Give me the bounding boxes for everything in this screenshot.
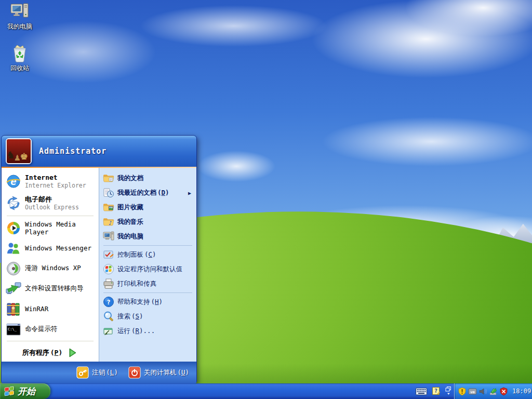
volume-icon[interactable] (478, 387, 487, 396)
media-player-icon (6, 220, 21, 236)
start-item-pictures[interactable]: 图片收藏 (99, 200, 196, 215)
start-item-help[interactable]: ? 帮助和支持(H) (99, 295, 196, 309)
all-programs-label: 所有程序(P) (22, 348, 62, 357)
wallpaper-cloud (140, 5, 327, 47)
system-tray: vm 18 (454, 383, 532, 399)
item-title: 文件和设置转移向导 (25, 284, 84, 293)
item-title: Windows Messenger (25, 244, 91, 252)
security-alert-shield-icon[interactable] (499, 387, 508, 396)
item-title: 漫游 Windows XP (25, 264, 81, 273)
my-computer-icon (103, 231, 114, 242)
item-label: 我的文档 (117, 174, 143, 183)
green-arrow-icon (66, 347, 78, 358)
log-off-button[interactable]: 注销(L) (76, 366, 118, 379)
item-label: 帮助和支持(H) (117, 298, 163, 307)
help-icon: ? (103, 296, 114, 308)
green-arrow-icon[interactable] (489, 387, 498, 396)
power-icon (128, 366, 141, 379)
start-item-run[interactable]: 运行(R)... (99, 324, 196, 338)
item-subtitle: Outlook Express (25, 204, 79, 211)
cmd-icon: C:\_ (6, 322, 21, 337)
recent-documents-icon (103, 187, 114, 198)
printer-icon (103, 278, 114, 289)
item-label: 打印机和传真 (117, 280, 156, 288)
svg-text:?: ? (434, 388, 437, 394)
wallpaper-cloud (322, 117, 532, 166)
user-name: Administrator (39, 147, 107, 156)
item-title: WinRAR (25, 305, 48, 313)
all-programs-button[interactable]: 所有程序(P) (2, 344, 99, 362)
outlook-express-icon (6, 195, 21, 211)
start-item-my-computer[interactable]: 我的电脑 (99, 229, 196, 244)
keyboard-icon[interactable] (416, 388, 427, 395)
svg-text:C:\_: C:\_ (8, 327, 17, 331)
start-item-control-panel[interactable]: 控制面板(C) (99, 247, 196, 262)
language-bar: ? (416, 383, 451, 399)
desktop-icon-label: 我的电脑 (7, 22, 32, 31)
tour-xp-icon (6, 261, 21, 276)
vmware-icon[interactable]: vm (468, 387, 477, 396)
start-menu: ♞ ♟ ♚ Administrator e (1, 135, 197, 383)
turn-off-computer-button[interactable]: 关闭计算机(U) (128, 366, 189, 379)
taskbar: 开始 ? (0, 383, 532, 399)
item-title: 命令提示符 (25, 325, 58, 334)
clock[interactable]: 18:09 (512, 388, 531, 395)
start-item-command-prompt[interactable]: C:\_ 命令提示符 (2, 319, 99, 339)
windows-flag-icon (4, 386, 15, 396)
start-button-label: 开始 (18, 385, 35, 397)
my-computer-icon (10, 2, 30, 21)
svg-text:vm: vm (470, 390, 474, 394)
start-item-internet[interactable]: e Internet Internet Explorer (2, 170, 99, 192)
item-label: 我的音乐 (117, 218, 143, 227)
start-button[interactable]: 开始 (0, 383, 50, 399)
music-icon: ♪ (103, 216, 114, 228)
restore-icon[interactable] (445, 386, 451, 396)
item-label: 图片收藏 (117, 203, 143, 212)
start-item-recent-documents[interactable]: 我最近的文档(D) ▶ (99, 185, 196, 200)
start-item-music[interactable]: ♪ 我的音乐 (99, 215, 196, 229)
security-warning-shield-icon[interactable] (458, 387, 467, 396)
start-menu-right-column: 我的文档 我最近的文档(D) ▶ (99, 168, 196, 362)
ie-icon: e (6, 174, 21, 189)
desktop-icon-label: 回收站 (10, 64, 29, 73)
start-item-email[interactable]: 电子邮件 Outlook Express (2, 192, 99, 214)
start-item-messenger[interactable]: Windows Messenger (2, 238, 99, 258)
run-icon (103, 325, 114, 337)
start-item-program-access[interactable]: 设定程序访问和默认值 (99, 262, 196, 276)
svg-text:?: ? (107, 298, 111, 306)
help-icon[interactable]: ? (432, 387, 440, 396)
right-separator (103, 292, 192, 293)
log-off-label: 注销(L) (92, 368, 118, 377)
right-separator (103, 245, 192, 246)
item-label: 运行(R)... (117, 327, 155, 336)
item-title: Windows Media Player (25, 220, 99, 236)
recycle-bin-icon (10, 44, 30, 62)
start-item-my-documents[interactable]: 我的文档 (99, 171, 196, 185)
start-menu-left-column: e Internet Internet Explorer (2, 168, 99, 362)
turn-off-label: 关闭计算机(U) (144, 368, 189, 377)
svg-text:♪: ♪ (109, 220, 112, 227)
svg-text:e: e (10, 176, 16, 187)
start-item-printers[interactable]: 打印机和传真 (99, 276, 196, 291)
key-icon (76, 366, 89, 379)
start-item-tour-xp[interactable]: 漫游 Windows XP (2, 258, 99, 278)
desktop-icon-recycle-bin[interactable]: 回收站 (1, 44, 38, 73)
start-item-transfer-wizard[interactable]: 文件和设置转移向导 (2, 278, 99, 299)
submenu-arrow-icon: ▶ (188, 190, 191, 196)
left-separator (7, 216, 94, 216)
start-item-winrar[interactable]: WinRAR (2, 299, 99, 319)
svg-text:♚: ♚ (20, 148, 28, 163)
start-item-search[interactable]: 搜索(S) (99, 309, 196, 324)
item-subtitle: Internet Explorer (25, 182, 86, 189)
pictures-icon (103, 202, 114, 213)
desktop-icon-my-computer[interactable]: 我的电脑 (1, 2, 38, 31)
start-menu-footer: 注销(L) 关闭计算机(U) (2, 362, 196, 383)
item-title: Internet (25, 174, 86, 182)
svg-text:♟: ♟ (15, 152, 20, 163)
item-label: 控制面板(C) (117, 250, 156, 259)
desktop: 我的电脑 回收站 (0, 0, 532, 399)
search-icon (103, 311, 114, 322)
start-item-media-player[interactable]: Windows Media Player (2, 218, 99, 238)
program-access-icon (103, 263, 114, 275)
messenger-icon (6, 241, 21, 256)
